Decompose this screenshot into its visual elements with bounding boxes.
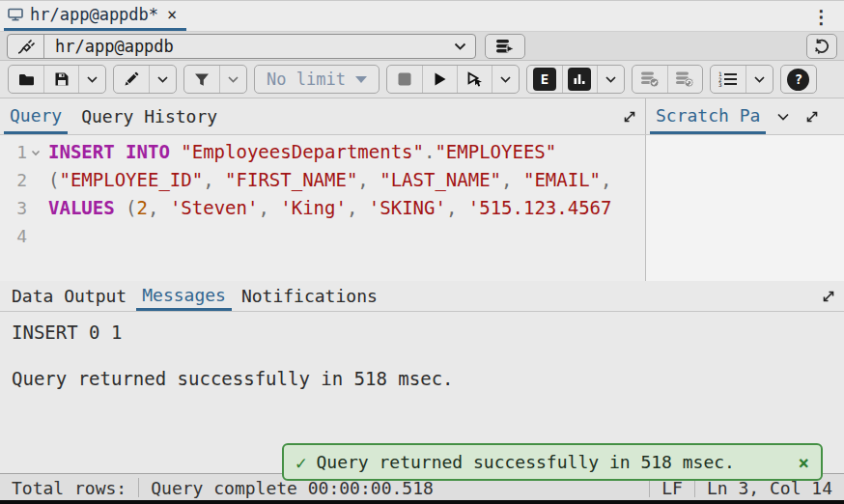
play-cursor-icon: [466, 71, 483, 87]
refresh-button[interactable]: [806, 34, 837, 59]
save-menu-button[interactable]: [78, 66, 105, 93]
sql-punct: ,: [347, 197, 369, 218]
sql-code[interactable]: INSERT INTO "EmployeesDepartments"."EMPL…: [44, 135, 645, 281]
row-limit-dropdown[interactable]: No limit: [255, 66, 379, 93]
chevron-down-icon: [605, 76, 616, 83]
connection-bar: hr/app@appdb: [0, 32, 844, 61]
sql-punct: ,: [446, 197, 468, 218]
open-file-button[interactable]: [9, 66, 43, 93]
caret-down-icon: [355, 76, 367, 83]
explain-button[interactable]: E: [527, 66, 562, 93]
chevron-down-icon: [444, 35, 475, 58]
edit-button[interactable]: [114, 66, 149, 93]
expand-icon: [804, 109, 820, 125]
scratch-pad-header: Scratch Pa: [646, 98, 844, 134]
scratch-pad-panel[interactable]: [646, 135, 844, 281]
stop-button[interactable]: [387, 66, 422, 93]
edit-group: [113, 65, 177, 94]
numbered-list-icon: 1 2 3: [718, 71, 738, 87]
sql-punct: ,: [258, 197, 280, 218]
transaction-group: [632, 65, 703, 94]
tab-query[interactable]: Query: [4, 98, 68, 134]
expand-icon: [622, 109, 637, 125]
macro-menu-button[interactable]: [746, 66, 773, 93]
connection-value: hr/app@appdb: [44, 35, 444, 58]
sql-punct: ,: [601, 169, 611, 190]
refresh-icon: [813, 38, 830, 55]
tab-notifications[interactable]: Notifications: [236, 281, 383, 311]
explain-analyze-button[interactable]: [562, 66, 597, 93]
bar-chart-icon: [568, 68, 591, 91]
sql-punct: ,: [148, 197, 170, 218]
line-number: 1: [16, 142, 27, 162]
sql-space: [170, 141, 181, 162]
help-button[interactable]: ?: [781, 66, 816, 93]
code-line-2: ("EMPLOYEE_ID", "FIRST_NAME", "LAST_NAME…: [48, 166, 645, 194]
sql-punct: (: [115, 197, 137, 218]
query-tool-tab[interactable]: hr/app@appdb* ×: [4, 1, 186, 31]
tab-title: hr/app@appdb*: [30, 5, 158, 24]
database-commit-icon: [640, 70, 660, 88]
toast-close-icon[interactable]: ×: [799, 452, 809, 473]
sql-punct: ,: [357, 169, 380, 190]
rollback-button[interactable]: [667, 66, 702, 93]
code-line-4: [48, 222, 645, 250]
expand-scratch-pad-button[interactable]: [797, 98, 828, 134]
line-number-gutter: 1 2 3 4: [0, 135, 44, 281]
terminal-icon: [8, 8, 23, 21]
message-result: INSERT 0 1: [12, 322, 832, 343]
edit-menu-button[interactable]: [149, 66, 176, 93]
macro-button[interactable]: 1 2 3: [711, 66, 746, 93]
chevron-down-icon: [754, 76, 765, 83]
execute-menu-button[interactable]: [492, 66, 519, 93]
sql-punct: .: [424, 141, 435, 162]
filter-button[interactable]: [184, 66, 219, 93]
tab-scratch-pad[interactable]: Scratch Pa: [650, 98, 766, 134]
sql-string: 'Steven': [170, 197, 259, 218]
line-number: 4: [16, 226, 27, 246]
sql-string: 'SKING': [369, 197, 446, 218]
sql-punct: ,: [501, 169, 523, 190]
help-group: ?: [780, 65, 817, 94]
sql-number: 2: [137, 197, 148, 218]
execute-button[interactable]: [422, 66, 457, 93]
svg-text:3: 3: [718, 81, 722, 87]
message-summary: Query returned successfully in 518 msec.: [12, 368, 832, 389]
window-bottom-edge: [0, 500, 844, 504]
chevron-down-icon: [228, 76, 239, 83]
play-icon: [433, 71, 447, 87]
execute-group: [386, 65, 520, 94]
output-tabs-row: Data Output Messages Notifications: [0, 281, 844, 312]
sql-identifier: "EMAIL": [523, 169, 601, 190]
connection-selector[interactable]: hr/app@appdb: [7, 34, 476, 59]
expand-editor-button[interactable]: [614, 98, 645, 134]
folder-icon: [18, 72, 35, 87]
editor-tabs-left: Query Query History: [0, 98, 646, 134]
tab-close-icon[interactable]: ×: [165, 5, 179, 24]
save-button[interactable]: [43, 66, 78, 93]
tab-data-output[interactable]: Data Output: [6, 281, 132, 311]
filter-group: [183, 65, 247, 94]
tab-messages[interactable]: Messages: [136, 281, 232, 311]
tab-bar: hr/app@appdb* × ⋮: [0, 1, 844, 32]
filter-funnel-icon: [194, 72, 210, 87]
file-group: [8, 65, 106, 94]
sql-punct: (: [48, 169, 59, 190]
query-tool-window: hr/app@appdb* × ⋮ hr/app@appdb: [0, 0, 844, 504]
connection-plug-icon: [8, 35, 44, 58]
sql-identifier: "LAST_NAME": [380, 169, 501, 190]
chevron-down-icon: [777, 113, 789, 121]
main-toolbar: No limit: [0, 61, 844, 98]
tab-query-history[interactable]: Query History: [75, 98, 223, 134]
explain-menu-button[interactable]: [597, 66, 624, 93]
execute-from-cursor-button[interactable]: [457, 66, 492, 93]
commit-button[interactable]: [633, 66, 667, 93]
scratch-pad-menu-button[interactable]: [770, 98, 797, 134]
expand-output-button[interactable]: [813, 281, 844, 311]
fold-chevron-icon[interactable]: [29, 146, 42, 159]
kebab-menu-icon[interactable]: ⋮: [799, 6, 844, 27]
explain-group: E: [526, 65, 625, 94]
filter-menu-button[interactable]: [219, 66, 246, 93]
new-connection-button[interactable]: [485, 34, 525, 59]
sql-editor[interactable]: 1 2 3 4 INSERT IN: [0, 135, 646, 281]
